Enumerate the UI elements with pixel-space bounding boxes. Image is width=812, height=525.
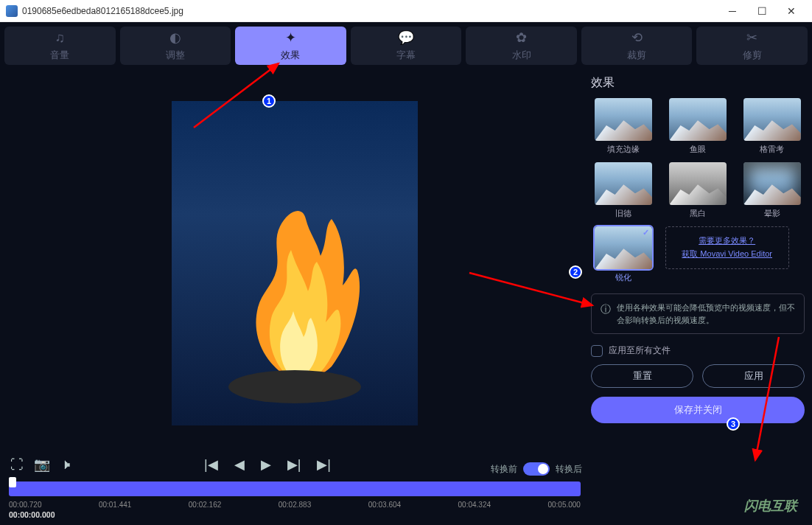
wand-icon: ✦ [285, 29, 296, 46]
timeline-ticks: 00:00.720 00:01.441 00:02.162 00:02.883 … [9, 501, 581, 509]
tab-label: 字幕 [396, 49, 416, 62]
notice-text: 使用各种效果可能会降低预览中的视频速度，但不会影响转换后的视频速度。 [617, 302, 795, 326]
tab-volume[interactable]: ♫音量 [4, 27, 116, 65]
before-after-toggle[interactable] [523, 462, 550, 476]
tick: 00:02.883 [279, 501, 312, 509]
window-title: 0190685e6edbeda8012165188dcee5.jpg [22, 6, 183, 16]
timeline-handle[interactable] [9, 477, 16, 487]
stamp-icon: ✿ [516, 29, 527, 46]
contrast-icon: ◐ [169, 29, 181, 46]
effect-greco[interactable]: 格雷考 [739, 98, 805, 155]
effect-label: 格雷考 [760, 144, 784, 155]
play-button[interactable]: ▶ [261, 456, 271, 473]
step-fwd-button[interactable]: ▶| [287, 456, 301, 473]
effect-label: 旧德 [615, 208, 631, 219]
annotation-marker-1: 1 [262, 94, 276, 108]
more-effects-link[interactable]: 需要更多效果？ 获取 Movavi Video Editor [665, 226, 789, 269]
tab-trim[interactable]: ✂修剪 [696, 27, 808, 65]
effects-panel: 效果 填充边缘 鱼眼 格雷考 旧德 黑白 晕影 锐化 需要更多效果？ 获取 Mo… [591, 75, 805, 521]
tick: 00:05.000 [547, 501, 581, 509]
fire-graphic [221, 190, 368, 381]
tick: 00:01.441 [99, 501, 132, 509]
tool-tabs: ♫音量 ◐调整 ✦效果 💬字幕 ✿水印 ⟲裁剪 ✂修剪 [0, 22, 812, 69]
subtitle-icon: 💬 [398, 29, 414, 46]
preview-image [172, 101, 418, 425]
apply-all-checkbox[interactable] [591, 345, 603, 357]
tab-subtitle[interactable]: 💬字幕 [351, 27, 462, 65]
effect-label: 鱼眼 [690, 144, 706, 155]
tab-label: 音量 [50, 49, 69, 62]
effect-label: 黑白 [690, 208, 706, 219]
close-button[interactable]: ✕ [777, 1, 806, 21]
tab-watermark[interactable]: ✿水印 [466, 27, 577, 65]
annotation-marker-3: 3 [727, 417, 740, 431]
scissors-icon: ✂ [746, 29, 757, 46]
tick: 00:00.720 [9, 501, 42, 509]
annotation-marker-2: 2 [569, 265, 582, 279]
crop-icon: ⟲ [631, 29, 643, 46]
effect-fisheye[interactable]: 鱼眼 [665, 98, 731, 155]
effect-bw[interactable]: 黑白 [665, 162, 731, 219]
tab-label: 水印 [512, 49, 531, 62]
tick: 00:04.324 [458, 501, 491, 509]
effects-grid: 填充边缘 鱼眼 格雷考 旧德 黑白 晕影 锐化 需要更多效果？ 获取 Movav… [591, 98, 805, 283]
step-back-button[interactable]: ◀ [234, 456, 245, 473]
current-time: 00:00:00.000 [9, 510, 581, 519]
timeline: 00:00.720 00:01.441 00:02.162 00:02.883 … [7, 479, 582, 521]
app-icon [6, 5, 18, 17]
effect-label: 锐化 [615, 272, 631, 283]
preview-pane: 转换前 转换后 ⛶ 📷 🕨 |◀ ◀ ▶ ▶| ▶| [7, 75, 582, 521]
mute-button[interactable]: 🕨 [60, 457, 74, 473]
save-close-button[interactable]: 保存并关闭 [591, 397, 805, 423]
more-effects-line2: 获取 Movavi Video Editor [682, 248, 772, 261]
pot-graphic [228, 370, 361, 403]
tab-crop[interactable]: ⟲裁剪 [581, 27, 693, 65]
effect-sharpen[interactable]: 锐化 [591, 226, 657, 283]
tab-label: 裁剪 [627, 49, 646, 62]
tab-adjust[interactable]: ◐调整 [120, 27, 231, 65]
fullscreen-button[interactable]: ⛶ [10, 457, 24, 473]
toggle-after-label: 转换后 [556, 463, 582, 476]
effect-label: 晕影 [764, 208, 780, 219]
timeline-track[interactable] [9, 481, 581, 496]
toggle-before-label: 转换前 [491, 463, 517, 476]
apply-button[interactable]: 应用 [702, 364, 805, 388]
skip-start-button[interactable]: |◀ [204, 456, 218, 473]
effect-fill[interactable]: 填充边缘 [591, 98, 657, 155]
more-effects-line1: 需要更多效果？ [699, 234, 755, 248]
tab-label: 效果 [281, 49, 300, 62]
effect-label: 填充边缘 [607, 144, 640, 155]
reset-button[interactable]: 重置 [591, 364, 693, 388]
panel-title: 效果 [591, 75, 805, 91]
preview-area: 转换前 转换后 [7, 75, 582, 451]
tab-label: 修剪 [743, 49, 762, 62]
maximize-button[interactable]: ☐ [747, 1, 777, 21]
tick: 00:03.604 [368, 501, 402, 509]
info-icon: ⓘ [601, 302, 611, 326]
tick: 00:02.162 [189, 501, 222, 509]
apply-all-label: 应用至所有文件 [609, 344, 671, 357]
music-icon: ♫ [55, 30, 66, 46]
apply-all-row: 应用至所有文件 [591, 344, 805, 357]
app-body: ♫音量 ◐调整 ✦效果 💬字幕 ✿水印 ⟲裁剪 ✂修剪 转换前 [0, 22, 812, 525]
minimize-button[interactable]: ─ [718, 1, 747, 21]
tab-label: 调整 [166, 49, 185, 62]
effect-vignette[interactable]: 晕影 [739, 162, 805, 219]
titlebar: 0190685e6edbeda8012165188dcee5.jpg ─ ☐ ✕ [0, 0, 812, 22]
skip-end-button[interactable]: ▶| [317, 456, 331, 473]
tab-effects[interactable]: ✦效果 [235, 27, 346, 65]
snapshot-button[interactable]: 📷 [34, 456, 50, 473]
performance-notice: ⓘ 使用各种效果可能会降低预览中的视频速度，但不会影响转换后的视频速度。 [591, 293, 805, 334]
effect-old[interactable]: 旧德 [591, 162, 657, 219]
